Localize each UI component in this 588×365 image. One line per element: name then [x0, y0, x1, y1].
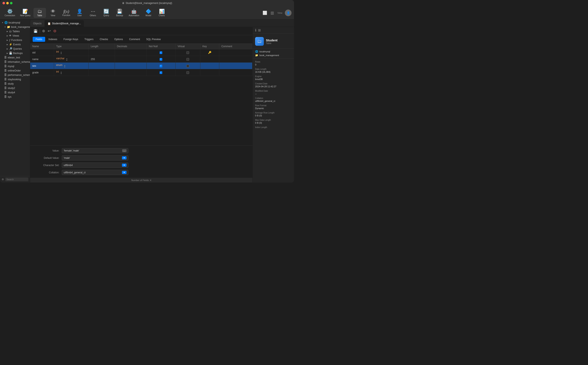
toolbar-connection[interactable]: ⚙️ Connection [2, 8, 17, 18]
cell-grade-virtual[interactable] [175, 69, 200, 76]
sidebar-item-tables[interactable]: ▶ 🗂 Tables [0, 29, 30, 34]
cell-grade-notnull[interactable] [146, 69, 175, 76]
toolbar-automation[interactable]: 🤖 Automation [127, 8, 142, 18]
checkbox-sex-virtual[interactable] [186, 65, 189, 67]
sidebar-item-queries[interactable]: ▶ 🔎 Queries [0, 47, 30, 51]
sidebar-item-views[interactable]: ▶ 👁 Views [0, 34, 30, 38]
tab-student[interactable]: 📋 Student@book_manage... [44, 20, 84, 27]
default-value-field[interactable]: 'male' ▼ [62, 155, 128, 161]
tab-fields[interactable]: Fields [33, 37, 45, 42]
tab-foreign-keys[interactable]: Foreign Keys [61, 37, 81, 42]
table-row[interactable]: sid int ▲▼ 🔑 [30, 49, 252, 56]
value-dots-button[interactable]: ... [122, 149, 127, 152]
meta-row-format: Row Format Dynamic [255, 104, 292, 110]
tab-indexes[interactable]: Indexes [46, 37, 60, 42]
undo-button[interactable]: ↩ [47, 28, 52, 34]
tab-objects[interactable]: Objects [30, 20, 44, 27]
search-input[interactable] [5, 177, 28, 181]
collation-dropdown-arrow[interactable]: ▼ [122, 171, 127, 174]
grid-icon[interactable]: ⊞ [258, 28, 261, 32]
cell-name-decimals [115, 56, 146, 63]
collation-row: Collation: utf8mb4_general_ci ▼ [34, 170, 248, 175]
toolbar-user[interactable]: 👤 User [73, 8, 86, 18]
tab-sql-preview[interactable]: SQL Preview [143, 37, 164, 42]
checkbox-sid-notnull[interactable] [160, 51, 162, 54]
table-row[interactable]: grade int ▲▼ [30, 69, 252, 76]
cell-sid-virtual[interactable] [175, 49, 200, 56]
default-value-dropdown-arrow[interactable]: ▼ [122, 156, 127, 159]
charset-dropdown-arrow[interactable]: ▼ [122, 164, 127, 167]
toolbar-table[interactable]: 🗂 Table [34, 8, 46, 18]
sidebar-item-study2[interactable]: 🗄 study2 [0, 86, 30, 90]
right-panel-meta: Rows 0 Data Length 16 KB (16,384) Engine… [253, 59, 294, 131]
fullscreen-button[interactable] [10, 2, 13, 4]
sidebar-item-backups[interactable]: ▶ 💾 Backups [0, 51, 30, 55]
table-row[interactable]: sex enum ▲▼ [30, 63, 252, 69]
add-field-button[interactable]: ⊕ [41, 28, 46, 34]
sidebar-item-performance-schema[interactable]: 🗄 performance_schema [0, 73, 30, 77]
label-backups: Backups [13, 52, 23, 55]
toolbar-function[interactable]: f(x) Function [60, 8, 73, 18]
sidebar-item-study4[interactable]: 🗄 study4 [0, 90, 30, 95]
toolbar-view[interactable]: 👁 View [47, 8, 59, 18]
sidebar-item-localmysql[interactable]: ▼ 🌐 localmysql [0, 20, 30, 25]
meta-max-data-length-label: Max Data Length [255, 119, 292, 121]
sidebar-item-events[interactable]: ▶ ⚡ Events [0, 42, 30, 47]
info-icon[interactable]: ℹ [255, 28, 256, 32]
sidebar-item-information-schema[interactable]: 🗄 information_schema [0, 60, 30, 64]
cell-sex-notnull[interactable] [146, 63, 175, 69]
label-study2: study2 [8, 87, 15, 90]
meta-index-length-label: Index Length [255, 126, 292, 128]
panel-right-icon[interactable]: ▥ [270, 10, 275, 16]
content-area: 💾 ⊕ ↩ ⊖ Fields Indexes Foreign Keys Trig… [30, 27, 252, 182]
delete-button[interactable]: ⊖ [52, 28, 57, 34]
tab-checks[interactable]: Checks [97, 37, 111, 42]
tab-triggers[interactable]: Triggers [82, 37, 97, 42]
checkbox-name-notnull[interactable] [160, 58, 162, 61]
cell-sex-virtual[interactable] [175, 63, 200, 69]
sidebar-item-study[interactable]: 🗄 study [0, 82, 30, 86]
col-length: Length [89, 44, 115, 49]
label-information-schema: information_schema [8, 61, 30, 63]
sidebar-item-staybooking[interactable]: 🗄 staybooking [0, 77, 30, 82]
toolbar-model[interactable]: 🔷 Model [142, 8, 155, 18]
charset-field[interactable]: utf8mb4 ▼ [62, 162, 128, 168]
sidebar-item-ebean-test[interactable]: 🗄 ebean_test [0, 55, 30, 60]
toolbar-new-query[interactable]: 📝 New Query [18, 8, 33, 18]
tab-options[interactable]: Options [111, 37, 126, 42]
cell-name-notnull[interactable] [146, 56, 175, 63]
cell-name-virtual[interactable] [175, 56, 200, 63]
sidebar-item-sys[interactable]: 🗄 sys [0, 95, 30, 99]
checkbox-name-virtual[interactable] [186, 58, 189, 61]
toolbar-charts[interactable]: 📊 Charts [155, 8, 168, 18]
meta-index-length: Index Length [255, 126, 292, 129]
close-button[interactable] [2, 2, 5, 4]
save-button[interactable]: 💾 [33, 29, 38, 34]
minimize-button[interactable] [6, 2, 9, 4]
sidebar-item-mysql[interactable]: 🗄 mysql [0, 64, 30, 68]
checkbox-sex-notnull[interactable] [160, 65, 162, 67]
query-icon: 🔄 [103, 9, 109, 14]
toolbar-query[interactable]: 🔄 Query [100, 8, 113, 18]
sidebar-item-onlineorder[interactable]: 🗄 onlineOrder [0, 68, 30, 73]
icon-study: 🗄 [4, 82, 7, 85]
toolbar-others[interactable]: ⋯ Others [87, 8, 99, 18]
icon-onlineorder: 🗄 [4, 69, 7, 72]
table-icon: 🗂 [37, 9, 42, 14]
value-field[interactable]: 'female','male' ... [62, 148, 128, 153]
checkbox-grade-notnull[interactable] [160, 71, 162, 74]
collation-field[interactable]: utf8mb4_general_ci ▼ [62, 170, 128, 175]
toolbar-right: ⬜ ▥ View 👤 [262, 10, 292, 16]
panel-left-icon[interactable]: ⬜ [262, 10, 268, 16]
toolbar-backup[interactable]: 💾 Backup [113, 8, 126, 18]
checkbox-grade-virtual[interactable] [186, 71, 189, 74]
tabs-bar: Objects 📋 Student@book_manage... [30, 20, 294, 27]
table-wrapper[interactable]: Name Type Length Decimals Not Null Virtu… [30, 44, 252, 146]
tab-comment[interactable]: Comment [126, 37, 143, 42]
sidebar-item-functions[interactable]: ▶ ƒ Functions [0, 38, 30, 42]
table-row[interactable]: name varchar ▲▼ 255 [30, 56, 252, 63]
checkbox-sid-virtual[interactable] [186, 51, 189, 54]
cell-sid-notnull[interactable] [146, 49, 175, 56]
default-value-label: Default Value: [34, 156, 59, 159]
sidebar-item-book-management[interactable]: ▼ 📁 book_management [0, 25, 30, 29]
